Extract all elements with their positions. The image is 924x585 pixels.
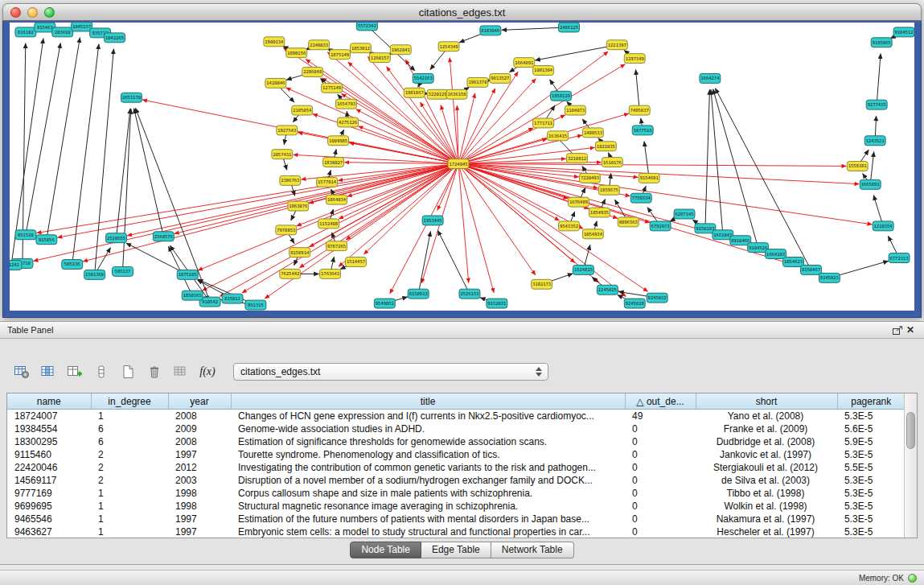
graph-node[interactable]: 2653170 xyxy=(121,93,142,102)
graph-edge[interactable] xyxy=(123,109,131,271)
graph-node[interactable]: 6772313 xyxy=(889,253,910,263)
graph-node[interactable]: 2185054 xyxy=(292,105,313,115)
graph-edge[interactable] xyxy=(877,54,881,105)
graph-node[interactable]: 8150913 xyxy=(408,289,429,299)
graph-node[interactable]: 1875149 xyxy=(330,50,351,60)
table-cell[interactable]: 1997 xyxy=(168,525,231,538)
graph-node[interactable]: 1664274 xyxy=(700,73,721,83)
table-cell[interactable]: Hescheler et al. (1997) xyxy=(696,525,837,538)
graph-node[interactable]: 1664091 xyxy=(514,58,535,68)
table-cell[interactable]: 1 xyxy=(91,500,168,513)
graph-node[interactable]: 1953445 xyxy=(422,216,443,225)
graph-node[interactable]: 9813527 xyxy=(490,73,511,83)
graph-node[interactable]: 9195065 xyxy=(871,38,892,47)
graph-node[interactable]: 1864034 xyxy=(326,195,347,204)
graph-node[interactable]: 2386763 xyxy=(280,175,301,185)
table-cell[interactable]: Stergiakouli et al. (2012) xyxy=(696,461,837,474)
create-row-button[interactable] xyxy=(91,362,112,381)
graph-node[interactable]: 9154691 xyxy=(639,173,659,183)
graph-node[interactable]: 1877516 xyxy=(632,126,653,135)
graph-node[interactable]: 2245025 xyxy=(597,285,618,295)
graph-node[interactable]: 1221397 xyxy=(606,40,627,50)
graph-node[interactable]: 1854935 xyxy=(589,208,610,217)
graph-edge[interactable] xyxy=(458,164,846,167)
table-row[interactable]: 1872400712008Changes of HCN gene express… xyxy=(7,410,905,423)
table-cell[interactable]: Changes of HCN gene expression and I(f) … xyxy=(231,410,625,423)
table-cell[interactable]: 0 xyxy=(625,474,696,487)
graph-node[interactable]: 3210812 xyxy=(567,154,588,163)
graph-node[interactable]: 6287145 xyxy=(674,209,695,219)
graph-node[interactable]: 1676489 xyxy=(569,197,589,207)
table-cell[interactable]: 0 xyxy=(625,422,696,435)
graph-node[interactable]: 2240033 xyxy=(309,40,330,50)
column-header-year[interactable]: year xyxy=(168,393,231,410)
table-cell[interactable]: 0 xyxy=(625,461,696,474)
network-graph-canvas[interactable]: 8161029154632034101045137835712104226526… xyxy=(10,23,914,311)
graph-node[interactable]: 9543352 xyxy=(559,221,580,231)
table-cell[interactable]: 5.3E-5 xyxy=(837,474,905,487)
graph-edge[interactable] xyxy=(644,142,649,179)
tab-network-table[interactable]: Network Table xyxy=(491,542,574,558)
table-row[interactable]: 1938455462009Genome-wide association stu… xyxy=(7,422,905,435)
column-header-in_degree[interactable]: in_degree xyxy=(91,393,168,410)
table-cell[interactable]: Disruption of a novel member of a sodium… xyxy=(231,474,625,487)
close-panel-button[interactable]: ✕ xyxy=(904,324,917,336)
graph-edge[interactable] xyxy=(713,89,758,248)
table-cell[interactable]: Dudbridge et al. (2008) xyxy=(696,435,837,448)
table-cell[interactable]: 49 xyxy=(625,410,696,423)
table-cell[interactable]: 5.3E-5 xyxy=(837,513,905,525)
graph-node[interactable]: 1075105 xyxy=(177,270,198,279)
table-cell[interactable]: Tibbo et al. (1998) xyxy=(696,487,837,500)
table-cell[interactable]: 14569117 xyxy=(7,474,91,487)
table-cell[interactable]: 1 xyxy=(91,410,168,423)
table-scrollbar[interactable] xyxy=(904,393,917,538)
graph-node[interactable]: 1420046 xyxy=(265,78,286,88)
table-cell[interactable]: Yano et al. (2008) xyxy=(696,410,837,423)
graph-edge[interactable] xyxy=(26,43,60,235)
graph-node[interactable]: 1636158 xyxy=(446,89,467,99)
column-header-out_de[interactable]: △ out_de... xyxy=(625,393,696,410)
graph-node[interactable]: 9787265 xyxy=(326,241,347,251)
graph-node[interactable]: 505136 xyxy=(62,260,83,270)
graph-edge[interactable] xyxy=(83,164,458,262)
graph-node[interactable]: 1021035 xyxy=(595,142,616,151)
table-cell[interactable]: 18724007 xyxy=(7,410,91,423)
graph-node[interactable]: 1524815 xyxy=(573,265,594,274)
graph-node[interactable]: 8183046 xyxy=(480,26,501,35)
graph-node[interactable]: 8096563 xyxy=(618,217,639,227)
graph-node[interactable]: 1054934 xyxy=(582,229,603,239)
table-cell[interactable]: Nakamura et al. (1997) xyxy=(696,513,837,525)
table-cell[interactable]: 2 xyxy=(91,474,168,487)
graph-edge[interactable] xyxy=(72,44,99,265)
graph-node[interactable]: 505137 xyxy=(113,266,133,276)
graph-edge[interactable] xyxy=(47,38,80,240)
table-scrollbar-thumb[interactable] xyxy=(906,412,915,449)
table-cell[interactable]: Genome-wide association studies in ADHD. xyxy=(231,422,625,435)
graph-node[interactable]: 1927543 xyxy=(277,126,298,135)
graph-node[interactable]: 915056 xyxy=(36,235,57,245)
graph-node[interactable]: 1275149 xyxy=(322,83,343,93)
graph-node[interactable]: 851520 xyxy=(15,230,36,240)
graph-node[interactable]: 816102 xyxy=(15,27,36,37)
graph-node[interactable]: 8150914 xyxy=(290,248,310,257)
column-header-pagerank[interactable]: pagerank xyxy=(837,393,905,410)
graph-edge[interactable] xyxy=(368,56,458,163)
table-cell[interactable]: 9465546 xyxy=(7,513,91,525)
graph-node[interactable]: 1577014 xyxy=(317,177,338,187)
table-cell[interactable]: 5.3E-5 xyxy=(837,500,905,513)
graph-node[interactable]: 3220129 xyxy=(427,89,448,99)
import-table-button[interactable] xyxy=(170,362,191,381)
graph-node[interactable]: 2560576 xyxy=(153,232,174,241)
table-cell[interactable]: Jankovic et al. (1997) xyxy=(696,448,837,461)
table-row[interactable]: 1456911722003Disruption of a novel membe… xyxy=(7,474,905,487)
table-cell[interactable]: Franke et al. (2009) xyxy=(696,422,837,435)
network-window-titlebar[interactable]: citations_edges.txt xyxy=(2,3,922,21)
column-header-short[interactable]: short xyxy=(696,393,837,410)
graph-node[interactable]: 1152408 xyxy=(318,219,339,229)
graph-node[interactable]: 2486125 xyxy=(559,23,580,32)
table-cell[interactable]: 2009 xyxy=(168,422,231,435)
table-row[interactable]: 1830029562008Estimation of significance … xyxy=(7,435,905,448)
graph-node[interactable]: 1859575 xyxy=(598,185,619,195)
table-cell[interactable]: 9463627 xyxy=(7,525,91,538)
graph-edge[interactable] xyxy=(348,62,458,163)
